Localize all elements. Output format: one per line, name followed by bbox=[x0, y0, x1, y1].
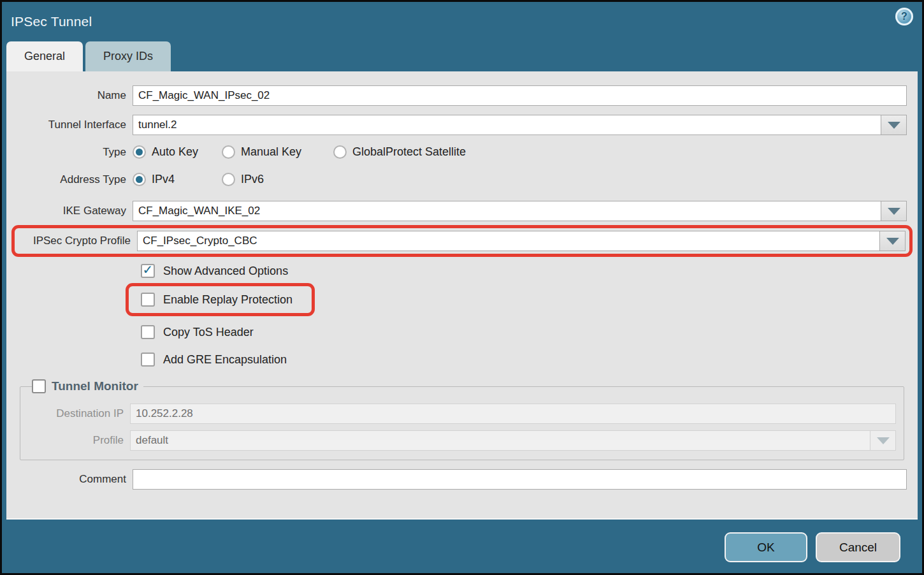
add-gre-encapsulation-checkbox[interactable] bbox=[141, 353, 155, 367]
chevron-down-icon bbox=[888, 208, 900, 215]
tunnel-monitor-label: Tunnel Monitor bbox=[52, 379, 138, 393]
radio-icon bbox=[133, 145, 146, 159]
radio-label: IPv4 bbox=[152, 173, 175, 186]
dialog-title: IPSec Tunnel bbox=[11, 14, 92, 29]
ok-button[interactable]: OK bbox=[725, 532, 807, 562]
ipsec-crypto-profile-dropdown-button[interactable] bbox=[879, 231, 906, 251]
radio-label: GlobalProtect Satellite bbox=[352, 145, 466, 159]
profile-input bbox=[130, 430, 870, 451]
checkbox-label: Add GRE Encapsulation bbox=[163, 353, 287, 367]
address-type-row: Address Type IPv4 IPv6 bbox=[6, 173, 907, 186]
comment-label: Comment bbox=[6, 473, 133, 486]
tunnel-interface-label: Tunnel Interface bbox=[6, 119, 133, 131]
ike-gateway-label: IKE Gateway bbox=[6, 205, 133, 217]
dialog-titlebar: IPSec Tunnel ? bbox=[2, 2, 922, 41]
type-radio-group: Auto Key Manual Key GlobalProtect Satell… bbox=[133, 145, 466, 159]
checkbox-label: Show Advanced Options bbox=[163, 265, 288, 278]
radio-label: IPv6 bbox=[241, 173, 264, 186]
destination-ip-row: Destination IP bbox=[28, 404, 896, 424]
name-input[interactable] bbox=[133, 85, 907, 106]
tunnel-interface-row: Tunnel Interface bbox=[6, 115, 907, 135]
name-label: Name bbox=[6, 89, 133, 102]
ike-gateway-row: IKE Gateway bbox=[6, 201, 907, 221]
dialog-footer: OK Cancel bbox=[2, 520, 922, 575]
radio-ipv4[interactable]: IPv4 bbox=[133, 173, 222, 186]
radio-globalprotect-satellite[interactable]: GlobalProtect Satellite bbox=[333, 145, 466, 159]
radio-ipv6[interactable]: IPv6 bbox=[222, 173, 311, 186]
address-type-radio-group: IPv4 IPv6 bbox=[133, 173, 311, 186]
ipsec-crypto-profile-row: IPSec Crypto Profile bbox=[15, 231, 906, 251]
add-gre-encapsulation-row[interactable]: Add GRE Encapsulation bbox=[141, 353, 918, 367]
enable-replay-protection-highlight: Enable Replay Protection bbox=[126, 283, 315, 316]
profile-dropdown-button bbox=[870, 430, 896, 451]
tunnel-monitor-checkbox[interactable] bbox=[32, 379, 46, 393]
general-tab-panel: Name Tunnel Interface Type Auto Key bbox=[6, 71, 918, 520]
comment-row: Comment bbox=[6, 469, 907, 490]
tab-proxy-ids[interactable]: Proxy IDs bbox=[85, 41, 171, 71]
chevron-down-icon bbox=[888, 122, 900, 129]
radio-label: Auto Key bbox=[152, 145, 198, 159]
show-advanced-options-checkbox[interactable] bbox=[141, 264, 155, 278]
comment-input[interactable] bbox=[133, 469, 907, 490]
chevron-down-icon bbox=[877, 437, 890, 444]
show-advanced-options-row[interactable]: Show Advanced Options bbox=[141, 264, 918, 278]
address-type-label: Address Type bbox=[6, 173, 133, 186]
destination-ip-input bbox=[130, 404, 896, 424]
radio-icon bbox=[133, 173, 146, 186]
ipsec-crypto-profile-highlight: IPSec Crypto Profile bbox=[11, 225, 913, 257]
type-label: Type bbox=[6, 146, 133, 159]
tunnel-interface-input[interactable] bbox=[133, 115, 881, 135]
radio-label: Manual Key bbox=[241, 145, 301, 159]
tab-general[interactable]: General bbox=[6, 41, 83, 71]
enable-replay-protection-checkbox[interactable] bbox=[141, 293, 155, 307]
checkbox-label: Enable Replay Protection bbox=[163, 293, 292, 307]
tab-bar: General Proxy IDs bbox=[6, 41, 922, 71]
radio-icon bbox=[333, 145, 347, 159]
radio-icon bbox=[222, 145, 235, 159]
type-row: Type Auto Key Manual Key GlobalProtect S… bbox=[6, 145, 907, 159]
tunnel-monitor-fieldset: Tunnel Monitor Destination IP Profile bbox=[20, 379, 904, 460]
profile-row: Profile bbox=[28, 430, 896, 451]
help-icon[interactable]: ? bbox=[895, 8, 913, 25]
radio-manual-key[interactable]: Manual Key bbox=[222, 145, 333, 159]
cancel-button[interactable]: Cancel bbox=[816, 532, 900, 562]
radio-icon bbox=[222, 173, 235, 186]
ike-gateway-input[interactable] bbox=[133, 201, 881, 221]
radio-auto-key[interactable]: Auto Key bbox=[133, 145, 222, 159]
name-row: Name bbox=[6, 85, 907, 106]
ike-gateway-dropdown-button[interactable] bbox=[881, 201, 907, 221]
tunnel-interface-dropdown-button[interactable] bbox=[881, 115, 907, 135]
copy-tos-header-row[interactable]: Copy ToS Header bbox=[141, 325, 918, 339]
ipsec-crypto-profile-label: IPSec Crypto Profile bbox=[15, 235, 137, 247]
ipsec-crypto-profile-input[interactable] bbox=[137, 231, 879, 251]
profile-label: Profile bbox=[28, 434, 130, 447]
chevron-down-icon bbox=[886, 238, 899, 245]
destination-ip-label: Destination IP bbox=[28, 407, 130, 420]
ipsec-tunnel-dialog: IPSec Tunnel ? General Proxy IDs Name Tu… bbox=[2, 2, 922, 573]
checkbox-label: Copy ToS Header bbox=[163, 326, 254, 339]
copy-tos-header-checkbox[interactable] bbox=[141, 325, 155, 339]
tunnel-monitor-legend: Tunnel Monitor bbox=[32, 379, 143, 393]
